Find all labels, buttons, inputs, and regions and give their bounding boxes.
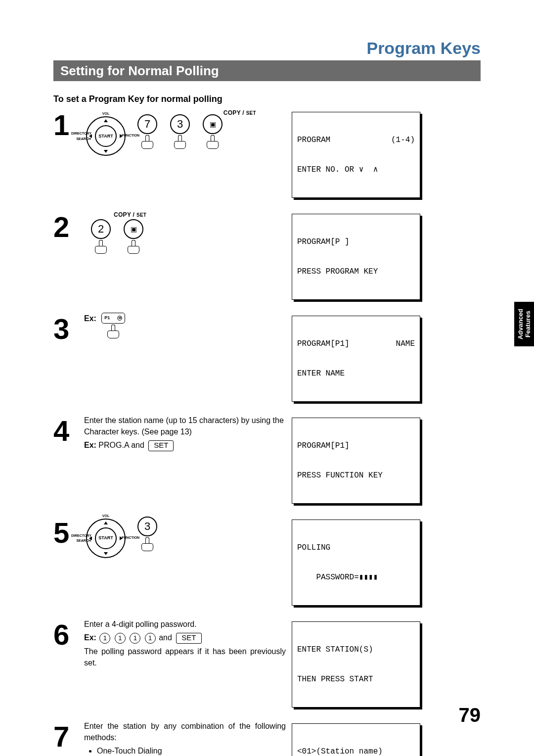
lcd-display: PROGRAM[P1] PRESS FUNCTION KEY [292, 418, 420, 504]
set-key-icon: ▣ [121, 219, 146, 258]
side-tab: Advanced Features [514, 302, 534, 346]
lcd-display: PROGRAM[P1]NAME ENTER NAME [292, 316, 420, 402]
lcd-display: POLLING PASSWORD=▮▮▮▮ [292, 520, 420, 606]
lcd-display: PROGRAM(1-4) ENTER NO. OR ∨ ∧ [292, 112, 420, 198]
page-number: 79 [459, 704, 481, 726]
page: { "header": { "title": "Program Keys" },… [0, 0, 534, 756]
step-2: 2 COPY / SET 2 ▣ PROGRAM[P ] PRESS PROGR… [53, 211, 481, 304]
step-7: 7 Enter the station by any combination o… [53, 720, 481, 756]
method-list: One-Touch Dialing Abbreviated Dialing Di… [91, 745, 286, 756]
step-number: 2 [53, 211, 84, 241]
lcd-display: ENTER STATION(S) THEN PRESS START [292, 621, 420, 708]
side-tab-label: Advanced Features [517, 309, 532, 339]
set-keycap: SET [176, 633, 201, 644]
step-6: 6 Enter a 4-digit polling password. Ex: … [53, 618, 481, 711]
digit-key-icon: 1 [145, 633, 156, 644]
step-number: 7 [53, 720, 84, 751]
step-text: Enter the station by any combination of … [84, 720, 286, 743]
step-number: 4 [53, 415, 84, 445]
navpad-icon: START VOL DIRECTORY SEARCH FUNCTION [84, 517, 128, 560]
section-bar: Setting for Normal Polling [53, 60, 481, 81]
key-3-icon: 3 [134, 517, 160, 555]
ex-value: PROG.A and [96, 441, 146, 449]
digit-key-icon: 1 [115, 633, 126, 644]
set-key-icon: ▣ [200, 114, 225, 153]
program-key-icon: P1M [98, 313, 128, 342]
key-2-icon: 2 [88, 219, 114, 258]
copy-set-label: COPY / SET [114, 211, 286, 219]
lcd-display: <01>(Station name) 5551234 [292, 723, 420, 756]
step-3: 3 Ex: P1M PROGRAM[P1]NAME ENTER NAME [53, 313, 481, 406]
key-7-icon: 7 [134, 114, 160, 153]
header-title: Program Keys [366, 39, 481, 58]
step-5: 5 START VOL DIRECTORY SEARCH FUNCTION 3 … [53, 517, 481, 610]
section-subhead: To set a Program Key for normal polling [53, 94, 222, 104]
step-1: 1 COPY / SET START VOL DIRECTORY SEARCH … [53, 109, 481, 202]
ex-label: Ex: [84, 441, 96, 449]
digit-key-icon: 1 [130, 633, 140, 644]
digit-key-icon: 1 [99, 633, 110, 644]
ex-label: Ex: [84, 633, 96, 642]
navpad-icon: START VOL DIRECTORY SEARCH FUNCTION [84, 114, 128, 158]
step-number: 6 [53, 618, 84, 649]
lcd-display: PROGRAM[P ] PRESS PROGRAM KEY [292, 214, 420, 300]
key-3-icon: 3 [167, 114, 193, 153]
ex-label: Ex: [84, 314, 96, 323]
step-text: Enter a 4-digit polling password. [84, 618, 286, 630]
step-text: Enter the station name (up to 15 charact… [84, 415, 286, 437]
step-4: 4 Enter the station name (up to 15 chara… [53, 415, 481, 508]
list-item: One-Touch Dialing [97, 745, 286, 756]
step-number: 3 [53, 313, 84, 343]
content-area: 1 COPY / SET START VOL DIRECTORY SEARCH … [53, 109, 481, 756]
step-text: The polling password appears if it has b… [84, 646, 286, 668]
password-mask: ▮▮▮▮ [359, 573, 378, 582]
set-keycap: SET [148, 440, 174, 451]
